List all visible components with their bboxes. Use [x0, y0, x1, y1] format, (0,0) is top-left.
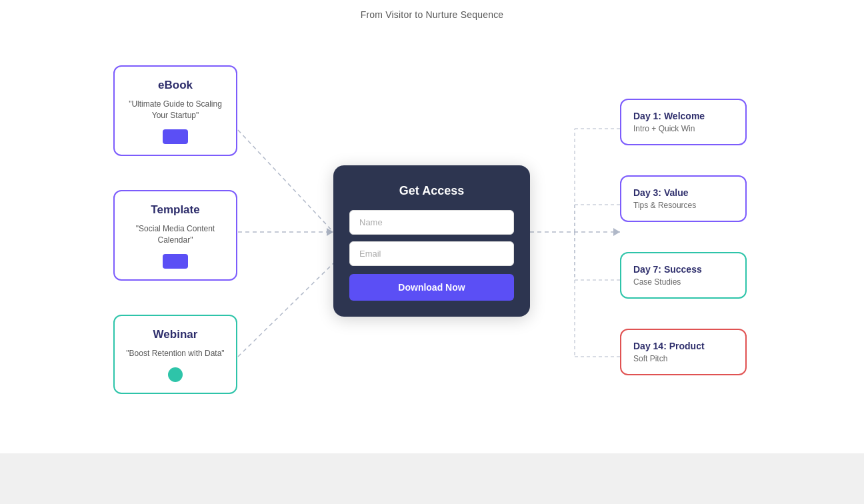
name-input[interactable] — [349, 210, 514, 235]
seq-day3-sub: Tips & Resources — [633, 201, 733, 210]
seq-day14-title: Day 14: Product — [633, 341, 733, 351]
seq-card-day7: Day 7: Success Case Studies — [620, 252, 747, 299]
template-subtitle: "Social Media Content Calendar" — [125, 223, 225, 246]
svg-marker-3 — [327, 228, 333, 236]
svg-marker-5 — [613, 228, 620, 236]
webinar-icon — [168, 367, 183, 382]
webinar-card: Webinar "Boost Retention with Data" — [113, 315, 237, 394]
template-icon — [163, 254, 188, 269]
seq-day1-title: Day 1: Welcome — [633, 111, 733, 121]
seq-card-day1: Day 1: Welcome Intro + Quick Win — [620, 99, 747, 145]
webinar-subtitle: "Boost Retention with Data" — [125, 348, 225, 359]
email-input[interactable] — [349, 241, 514, 266]
ebook-subtitle: "Ultimate Guide to Scaling Your Startup" — [125, 99, 225, 121]
seq-day14-sub: Soft Pitch — [633, 354, 733, 363]
canvas: From Visitor to Nurture Sequence eBook "… — [0, 0, 864, 453]
ebook-icon — [163, 129, 188, 144]
download-button[interactable]: Download Now — [349, 274, 514, 301]
seq-card-day3: Day 3: Value Tips & Resources — [620, 175, 747, 222]
ebook-card: eBook "Ultimate Guide to Scaling Your St… — [113, 65, 237, 156]
webinar-title: Webinar — [125, 328, 225, 341]
get-access-form: Get Access Download Now — [333, 165, 530, 317]
seq-day7-sub: Case Studies — [633, 277, 733, 287]
ebook-title: eBook — [125, 79, 225, 92]
svg-line-0 — [238, 130, 333, 232]
form-title: Get Access — [349, 184, 514, 198]
page-title: From Visitor to Nurture Sequence — [0, 0, 864, 20]
template-title: Template — [125, 203, 225, 217]
seq-day7-title: Day 7: Success — [633, 264, 733, 275]
svg-line-2 — [238, 263, 333, 357]
footer-bar — [0, 453, 864, 504]
seq-day3-title: Day 3: Value — [633, 187, 733, 198]
seq-card-day14: Day 14: Product Soft Pitch — [620, 329, 747, 375]
template-card: Template "Social Media Content Calendar" — [113, 190, 237, 281]
seq-day1-sub: Intro + Quick Win — [633, 124, 733, 133]
